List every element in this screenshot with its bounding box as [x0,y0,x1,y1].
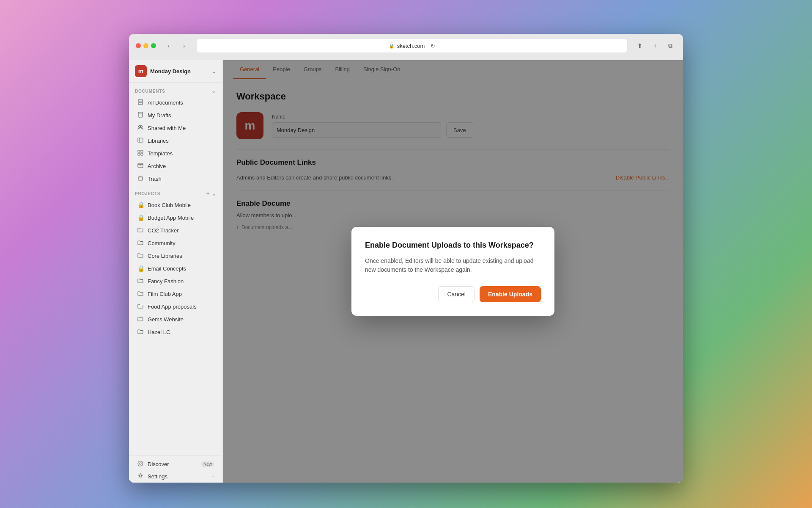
discover-badge: New [201,461,214,467]
workspace-chevron-icon[interactable] [211,68,217,75]
maximize-button[interactable] [151,43,156,48]
sidebar-item-archive[interactable]: Archive [132,160,220,172]
reload-button[interactable]: ↻ [431,43,435,49]
templates-label: Templates [148,150,173,157]
enable-uploads-button[interactable]: Enable Uploads [480,286,541,302]
svg-point-20 [140,463,141,464]
libraries-icon [137,137,144,144]
address-bar[interactable]: 🔒 sketch.com ↻ [197,39,627,52]
sidebar-item-food-app-proposals[interactable]: Food App proposals [132,301,220,312]
discover-icon [137,461,144,467]
email-concepts-label: Email Concepts [148,265,186,272]
svg-point-19 [138,461,143,466]
svg-point-21 [140,475,142,477]
sidebar-bottom: Discover New Settings › [129,456,222,483]
modal-description: Once enabled, Editors will be able to up… [365,257,541,274]
co2-tracker-label: CO2 Tracker [148,227,179,234]
folder-icon-core [137,252,144,259]
drafts-icon [137,112,144,119]
sidebar-item-discover[interactable]: Discover New [132,458,220,470]
folder-icon-community [137,240,144,246]
lock-icon: 🔒 [389,43,395,49]
my-drafts-label: My Drafts [148,112,171,119]
sidebar-item-co2-tracker[interactable]: CO2 Tracker [132,224,220,236]
book-club-mobile-label: Book Club Mobile [148,202,191,208]
sidebar-item-hazel-ux[interactable]: Hazel LC [132,326,220,338]
sidebar-item-film-club-app[interactable]: Film Club App [132,288,220,300]
community-label: Community [148,240,176,246]
svg-rect-0 [138,99,143,105]
browser-titlebar: ‹ › 🔒 sketch.com ↻ ⬆ + ⧉ [136,39,676,52]
sidebar-item-core-libraries[interactable]: Core Libraries [132,250,220,262]
sidebar-item-fancy-fashion[interactable]: Fancy Fashion [132,275,220,287]
back-button[interactable]: ‹ [163,40,175,52]
document-icon [137,99,144,106]
sidebar-item-settings[interactable]: Settings › [132,470,220,482]
sidebar-item-book-club-mobile[interactable]: 🔒 Book Club Mobile [132,199,220,211]
trash-label: Trash [148,176,162,182]
trash-icon [137,175,144,182]
browser-window: ‹ › 🔒 sketch.com ↻ ⬆ + ⧉ m [129,34,683,483]
projects-actions: + ⌄ [206,190,217,197]
svg-rect-9 [138,150,140,152]
collapse-projects-button[interactable]: ⌄ [211,190,217,197]
settings-icon [137,473,144,480]
food-app-proposals-label: Food App proposals [148,304,197,310]
sidebar-item-libraries[interactable]: Libraries [132,135,220,146]
folder-icon-film [137,290,144,297]
sidebar-item-all-documents[interactable]: All Documents [132,97,220,108]
budget-app-mobile-label: Budget App Mobile [148,215,194,221]
settings-label: Settings [148,473,167,480]
minimize-button[interactable] [143,43,148,48]
lock-project-icon: 🔒 [137,202,144,208]
hazel-lc-label: Hazel LC [148,329,170,335]
sidebar-item-email-concepts[interactable]: 🔒 Email Concepts [132,262,220,274]
folder-icon-food [137,303,144,310]
url-text: sketch.com [397,43,425,49]
share-button[interactable]: ⬆ [634,40,646,52]
svg-rect-3 [138,112,143,117]
add-project-button[interactable]: + [206,190,210,197]
templates-icon [137,150,144,157]
documents-collapse-icon[interactable]: ⌄ [211,88,217,94]
folder-icon-gems [137,316,144,323]
archive-icon [137,163,144,169]
projects-section-label: PROJECTS [135,191,160,196]
sidebar-item-shared-with-me[interactable]: Shared with Me [132,122,220,134]
sidebar-header[interactable]: m Monday Design [129,60,222,83]
sidebar-item-my-drafts[interactable]: My Drafts [132,109,220,121]
lock-email-icon: 🔒 [137,265,144,272]
workspace-name: Monday Design [150,68,211,75]
svg-rect-11 [138,153,140,155]
svg-rect-10 [141,150,143,152]
film-club-app-label: Film Club App [148,291,182,297]
svg-rect-7 [138,138,143,142]
lock-project-icon2: 🔒 [137,214,144,221]
sidebar-item-community[interactable]: Community [132,237,220,249]
folder-icon-co2 [137,227,144,234]
documents-section-label: DOCUMENTS ⌄ [129,83,222,96]
libraries-label: Libraries [148,138,169,144]
close-button[interactable] [136,43,141,48]
modal-title: Enable Document Uploads to this Workspac… [365,240,541,250]
core-libraries-label: Core Libraries [148,253,182,259]
fancy-fashion-label: Fancy Fashion [148,278,184,284]
modal-dialog: Enable Document Uploads to this Workspac… [351,227,554,315]
sidebar-item-trash[interactable]: Trash [132,173,220,185]
shared-icon [137,124,144,131]
sidebar-item-gems-website[interactable]: Gems Website [132,313,220,325]
tabs-button[interactable]: ⧉ [664,40,676,52]
browser-chrome: ‹ › 🔒 sketch.com ↻ ⬆ + ⧉ [129,34,683,60]
main-content: General People Groups Billing Single Sig… [223,60,683,483]
workspace-icon: m [135,65,147,77]
folder-icon-fancy [137,278,144,284]
sidebar-item-templates[interactable]: Templates [132,147,220,159]
modal-overlay[interactable]: Enable Document Uploads to this Workspac… [223,60,683,483]
sidebar: m Monday Design DOCUMENTS ⌄ All Do [129,60,223,483]
sidebar-item-budget-app-mobile[interactable]: 🔒 Budget App Mobile [132,212,220,224]
svg-rect-16 [138,177,143,180]
cancel-button[interactable]: Cancel [438,286,475,302]
settings-chevron-icon: › [212,474,214,479]
forward-button[interactable]: › [178,40,190,52]
new-tab-button[interactable]: + [649,40,661,52]
